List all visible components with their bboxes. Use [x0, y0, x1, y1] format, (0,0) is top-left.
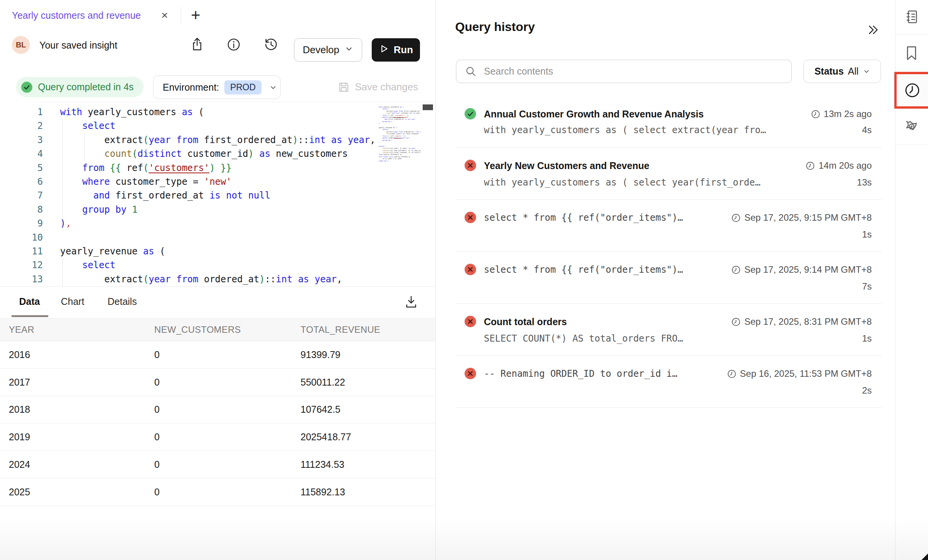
search-icon	[456, 65, 483, 78]
sidebar-bookmark-button[interactable]	[895, 43, 928, 65]
tab-yearly-customers-and-revenue[interactable]: Yearly customers and revenue	[12, 0, 141, 31]
bottom-fade	[0, 518, 928, 560]
history-item-preview: with yearly_customers as ( select year(f…	[484, 176, 760, 189]
share-icon	[190, 37, 204, 53]
environment-selector[interactable]: Environment: PROD	[153, 75, 281, 99]
save-changes-label: Save changes	[355, 81, 418, 93]
code-line[interactable]: extract(year from ordered_at)::int as ye…	[60, 272, 376, 286]
history-item-duration: 1s	[862, 228, 872, 241]
history-item-duration: 7s	[862, 280, 872, 293]
history-item-title: -- Renaming ORDER_ID to order_id i…	[484, 367, 678, 380]
column-header-total-revenue: TOTAL_REVENUE	[301, 324, 435, 335]
close-tab-icon[interactable]: ×	[158, 8, 172, 22]
code-line[interactable]: ),	[60, 217, 376, 230]
query-history-item[interactable]: select * from {{ ref("order_items")…Sep …	[455, 252, 882, 304]
sidebar-divider	[895, 145, 928, 145]
run-button[interactable]: Run	[372, 38, 420, 62]
success-icon	[464, 108, 476, 121]
code-line[interactable]: select	[60, 258, 376, 272]
code-line[interactable]: select	[60, 119, 376, 133]
code-line[interactable]: count(distinct customer_id) as new_custo…	[60, 147, 376, 161]
environment-label: Environment:	[163, 82, 219, 93]
code-line[interactable]: group by 1	[60, 203, 376, 217]
editor-code[interactable]: with yearly_customers as ( select extrac…	[60, 105, 376, 286]
history-item-title: Count total orders	[484, 315, 567, 328]
editor-scrollbar[interactable]	[423, 104, 433, 110]
table-row: 20180107642.5	[0, 396, 435, 424]
editor-gutter: 12345678910111213	[0, 105, 43, 286]
table-cell: 0	[154, 459, 301, 470]
query-history-item[interactable]: Annual Customer Growth and Revenue Analy…	[455, 100, 882, 148]
table-cell: 0	[154, 404, 301, 415]
history-item-time: Sep 17, 2025, 9:15 PM GMT+8	[731, 211, 872, 224]
table-row: 20170550011.22	[0, 369, 435, 396]
history-item-duration: 2s	[862, 384, 872, 397]
query-history-item[interactable]: -- Renaming ORDER_ID to order_id i…Sep 1…	[455, 356, 882, 408]
code-line[interactable]	[60, 231, 376, 244]
query-history-item[interactable]: Yearly New Customers and Revenue14m 20s …	[455, 148, 882, 200]
status-row: Query completed in 4s Environment: PROD …	[0, 72, 435, 101]
table-cell: 2018	[9, 404, 154, 415]
table-cell: 107642.5	[301, 404, 435, 415]
lineage-icon	[903, 118, 920, 137]
info-button[interactable]	[223, 35, 244, 55]
editor-minimap[interactable]: with yearly_customers as ( select extrac…	[379, 106, 421, 282]
status-filter-label: Status	[814, 66, 843, 77]
clock-icon	[731, 317, 741, 327]
chevron-down-icon	[269, 83, 277, 91]
table-cell: 91399.79	[301, 349, 435, 360]
code-line[interactable]: with yearly_customers as (	[60, 105, 376, 119]
table-cell: 0	[154, 487, 301, 498]
version-history-button[interactable]	[261, 35, 281, 55]
code-line[interactable]: from {{ ref('customers') }}	[60, 161, 376, 175]
error-icon	[464, 264, 476, 277]
error-icon	[464, 160, 476, 173]
code-line[interactable]: and first_ordered_at is not null	[60, 189, 376, 202]
table-cell: 0	[154, 431, 301, 443]
history-item-duration: 13s	[857, 176, 872, 189]
sql-editor[interactable]: 12345678910111213 with yearly_customers …	[0, 101, 435, 287]
collapse-panel-button[interactable]	[863, 22, 882, 39]
tab-data[interactable]: Data	[19, 287, 40, 316]
status-filter-value: All	[848, 66, 859, 77]
code-line[interactable]: extract(year from first_ordered_at)::int…	[60, 133, 376, 147]
develop-dropdown[interactable]: Develop	[294, 38, 362, 62]
history-item-time: Sep 17, 2025, 8:31 PM GMT+8	[731, 315, 872, 328]
download-icon	[404, 295, 418, 311]
clock-icon	[727, 369, 737, 379]
column-header-year: YEAR	[9, 324, 154, 335]
table-row: 20250115892.13	[0, 479, 435, 506]
code-line[interactable]: yearly_revenue as (	[60, 244, 376, 258]
save-icon	[338, 81, 350, 93]
new-tab-button[interactable]: +	[187, 6, 204, 24]
sidebar-query-history-button[interactable]	[894, 72, 928, 109]
results-table-body: 2016091399.7920170550011.2220180107642.5…	[0, 341, 435, 506]
resize-grip[interactable]	[921, 553, 928, 560]
search-input[interactable]	[483, 65, 791, 77]
query-history-item[interactable]: Count total ordersSep 17, 2025, 8:31 PM …	[455, 304, 882, 356]
history-item-preview: with yearly_customers as ( select extrac…	[484, 124, 766, 136]
download-results-button[interactable]	[400, 292, 422, 313]
save-changes-button[interactable]: Save changes	[338, 77, 418, 97]
status-filter-dropdown[interactable]: Status All	[804, 60, 881, 83]
clock-icon	[731, 265, 741, 275]
sidebar-lineage-button[interactable]	[895, 116, 928, 139]
share-button[interactable]	[187, 35, 207, 55]
history-search-box[interactable]	[456, 60, 792, 83]
tab-chart[interactable]: Chart	[61, 287, 84, 316]
table-cell: 550011.22	[301, 377, 435, 388]
results-table-header: YEAR NEW_CUSTOMERS TOTAL_REVENUE	[0, 318, 435, 341]
environment-value-badge: PROD	[224, 80, 261, 94]
bookmark-icon	[905, 45, 918, 63]
results-tabs: Data Chart Details	[0, 287, 435, 318]
code-line[interactable]: where customer_type = 'new'	[60, 175, 376, 189]
insight-header: BL Your saved insight De	[0, 31, 435, 72]
history-item-duration: 1s	[862, 332, 872, 345]
sidebar-notebook-button[interactable]	[895, 7, 928, 28]
query-history-item[interactable]: select * from {{ ref("order_items")…Sep …	[455, 200, 882, 252]
error-icon	[464, 368, 476, 381]
table-cell: 2025	[9, 487, 154, 498]
clock-icon	[805, 161, 815, 171]
history-item-duration: 4s	[862, 124, 872, 136]
tab-details[interactable]: Details	[108, 287, 137, 316]
